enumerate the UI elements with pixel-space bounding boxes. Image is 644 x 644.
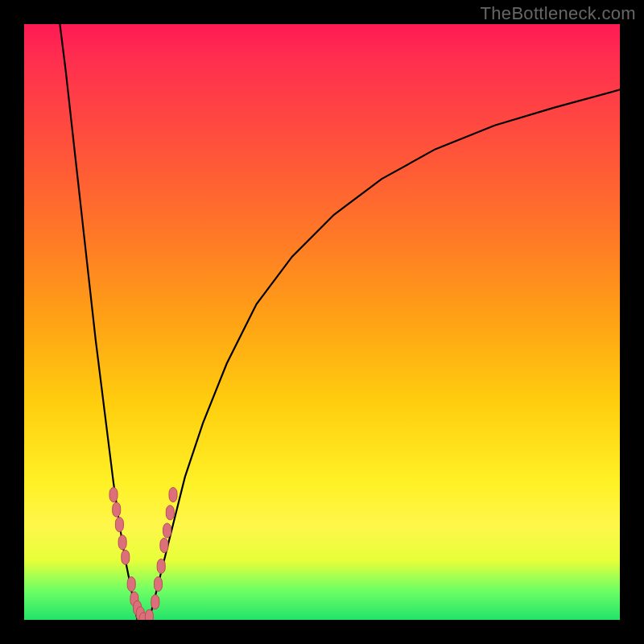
marker-dot <box>151 595 159 609</box>
watermark-text: TheBottleneck.com <box>481 3 636 24</box>
marker-dot <box>163 523 171 538</box>
marker-dot <box>166 506 174 520</box>
marker-dot <box>145 609 153 620</box>
left-branch-curve <box>60 24 137 620</box>
marker-dot <box>109 488 118 502</box>
marker-dot <box>122 550 130 564</box>
chart-frame: TheBottleneck.com <box>0 0 644 644</box>
right-branch-curve <box>149 89 620 620</box>
marker-dot <box>113 502 121 517</box>
marker-dot <box>127 577 135 592</box>
marker-dot <box>160 539 168 553</box>
marker-dot <box>118 535 126 550</box>
plot-area <box>24 24 620 620</box>
marker-dot <box>157 559 165 573</box>
sample-markers <box>109 488 177 620</box>
curve-layer <box>24 24 620 620</box>
marker-dot <box>169 488 177 502</box>
marker-dot <box>115 518 123 532</box>
marker-dot <box>155 577 163 592</box>
